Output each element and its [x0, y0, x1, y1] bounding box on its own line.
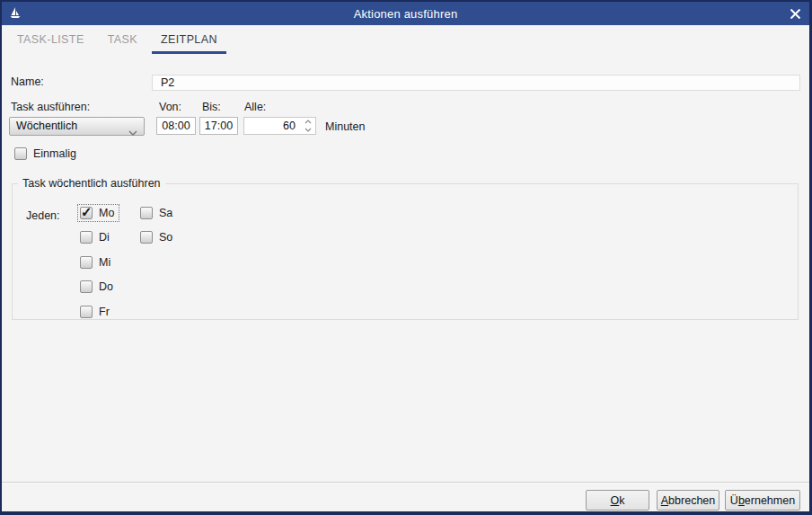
interval-dropdown-value: Wöchentlich — [16, 120, 77, 132]
day-checkbox-di[interactable]: ✓ — [80, 231, 93, 244]
name-label: Name: — [11, 75, 44, 88]
window-title: Aktionen ausführen — [2, 7, 809, 21]
day-checkbox-row-sa[interactable]: ✓ Sa — [137, 204, 178, 222]
tab-task[interactable]: TASK — [99, 29, 146, 54]
cancel-button[interactable]: Abbrechen — [657, 490, 719, 511]
day-label: Fr — [99, 306, 110, 318]
bis-input[interactable] — [199, 117, 238, 135]
day-checkbox-row-di[interactable]: ✓ Di — [77, 228, 115, 246]
von-input[interactable] — [156, 117, 196, 135]
day-checkbox-do[interactable]: ✓ — [80, 280, 93, 293]
von-label: Von: — [159, 101, 181, 113]
name-input[interactable] — [152, 75, 800, 91]
weekly-groupbox-title: Task wöchentlich ausführen — [18, 177, 165, 190]
day-label: Mi — [99, 256, 110, 269]
jeden-label: Jeden: — [26, 209, 60, 222]
day-checkbox-fr[interactable]: ✓ — [80, 306, 93, 318]
apply-button[interactable]: Übernehmen — [725, 490, 800, 511]
einmalig-checkbox[interactable]: ✓ — [14, 147, 27, 160]
check-icon: ✓ — [81, 204, 93, 220]
weekly-groupbox: Task wöchentlich ausführen Jeden: ✓ Mo ✓… — [12, 183, 799, 320]
einmalig-label: Einmalig — [33, 147, 76, 160]
day-checkbox-row-mi[interactable]: ✓ Mi — [77, 253, 116, 271]
chevron-down-icon — [128, 124, 137, 141]
spinner-up-icon[interactable] — [302, 118, 313, 126]
day-checkbox-mo[interactable]: ✓ — [80, 207, 93, 219]
einmalig-checkbox-row[interactable]: ✓ Einmalig — [12, 145, 82, 163]
alle-label: Alle: — [244, 101, 266, 113]
day-checkbox-row-fr[interactable]: ✓ Fr — [77, 303, 115, 321]
ok-button[interactable]: Ok — [586, 490, 649, 511]
day-label: Sa — [159, 207, 172, 219]
title-bar: Aktionen ausführen — [2, 2, 809, 25]
day-checkbox-row-do[interactable]: ✓ Do — [77, 278, 119, 296]
alle-spinner — [243, 117, 316, 135]
spinner-down-icon[interactable] — [302, 126, 313, 134]
tab-bar: TASK-LISTE TASK ZEITPLAN — [8, 29, 232, 54]
day-label: Di — [99, 231, 110, 244]
day-checkbox-row-mo[interactable]: ✓ Mo — [77, 204, 119, 222]
footer-separator-highlight — [2, 483, 809, 484]
tab-task-liste[interactable]: TASK-LISTE — [8, 29, 93, 54]
day-checkbox-mi[interactable]: ✓ — [80, 256, 93, 269]
minuten-label: Minuten — [325, 120, 365, 133]
day-checkbox-so[interactable]: ✓ — [140, 231, 153, 244]
day-checkbox-row-so[interactable]: ✓ So — [137, 228, 178, 246]
day-label: So — [159, 231, 172, 244]
bis-label: Bis: — [202, 101, 221, 113]
task-exec-label: Task ausführen: — [11, 101, 90, 113]
dialog-content: TASK-LISTE TASK ZEITPLAN Name: Task ausf… — [2, 25, 809, 511]
day-label: Do — [99, 280, 113, 293]
tab-zeitplan[interactable]: ZEITPLAN — [152, 29, 226, 54]
day-checkbox-sa[interactable]: ✓ — [140, 207, 153, 219]
day-label: Mo — [99, 207, 114, 219]
close-icon[interactable] — [787, 5, 803, 22]
interval-dropdown[interactable]: Wöchentlich — [9, 117, 145, 136]
dialog-window: Aktionen ausführen TASK-LISTE TASK ZEITP… — [0, 0, 812, 515]
